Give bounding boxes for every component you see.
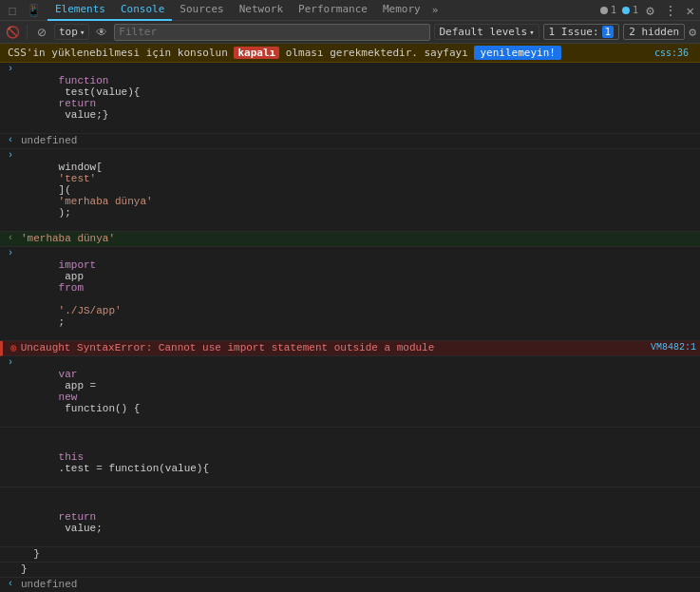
clear-console-button[interactable]: 🚫	[4, 24, 21, 41]
error-message: Uncaught SyntaxError: Cannot use import …	[21, 342, 651, 353]
yenilemeyin-button[interactable]: yenilemeyin!	[474, 46, 560, 60]
dock-icon[interactable]: ⬚	[4, 2, 21, 19]
line-content: 'merhaba dünya'	[21, 233, 696, 244]
console-line: ‹ undefined	[0, 578, 700, 592]
tab-right-controls: 1 1 ⚙ ⋮ ✕	[600, 3, 696, 18]
console-error-line: ⊗ Uncaught SyntaxError: Cannot use impor…	[0, 341, 700, 356]
console-line: › window[ 'test' ]( 'merhaba dünya' );	[0, 149, 700, 232]
hidden-count-badge[interactable]: 2 hidden	[623, 24, 685, 40]
input-arrow[interactable]: ›	[8, 357, 17, 368]
line-content: var app = new function() {	[21, 357, 696, 426]
output-arrow: ‹	[8, 579, 17, 589]
warning-bar: CSS'in yüklenebilmesi için konsolun kapa…	[0, 44, 700, 63]
output-arrow: ‹	[8, 233, 17, 243]
error-link[interactable]: VM8482:1	[651, 342, 696, 353]
divider-1	[27, 25, 28, 40]
line-content: }	[21, 548, 696, 560]
more-options-icon[interactable]: ⋮	[662, 3, 679, 18]
console-line: return value;	[0, 487, 700, 547]
tab-console[interactable]: Console	[113, 0, 172, 21]
tab-sources[interactable]: Sources	[172, 0, 231, 21]
tab-network[interactable]: Network	[232, 0, 291, 21]
eye-filter-button[interactable]: 👁	[93, 24, 110, 41]
log-levels-button[interactable]: Default levels ▾	[434, 24, 539, 40]
line-content: this .test = function(value){	[21, 429, 696, 486]
no-stop-button[interactable]: ⊘	[33, 24, 50, 41]
line-content: import app from './JS/app' ;	[21, 248, 696, 339]
dot-badge-1: 1	[600, 5, 616, 15]
console-output: CSS'in yüklenebilmesi için konsolun kapa…	[0, 44, 700, 592]
console-line: › var app = new function() {	[0, 356, 700, 428]
kapalı-badge: kapalı	[234, 47, 279, 59]
console-line: }	[0, 547, 700, 563]
devtools-controls: ⬚ 📱	[4, 2, 42, 19]
dot-badge-2: 1	[622, 5, 638, 15]
css-link[interactable]: css:36	[654, 48, 692, 58]
issue-count: 1	[602, 26, 615, 38]
console-line: › import app from './JS/app' ;	[0, 247, 700, 341]
context-selector[interactable]: top ▾	[54, 24, 89, 40]
output-arrow: ‹	[8, 135, 17, 145]
console-line: }	[0, 563, 700, 578]
tab-elements[interactable]: Elements	[47, 0, 113, 21]
console-line: ‹ 'merhaba dünya'	[0, 232, 700, 247]
issue-badge[interactable]: 1 Issue: 1	[543, 24, 620, 40]
filter-input[interactable]	[114, 24, 430, 41]
error-icon: ⊗	[10, 342, 17, 354]
console-line: › function test(value){ return value;}	[0, 63, 700, 134]
line-content: function test(value){ return value;}	[21, 64, 696, 132]
tab-bar: ⬚ 📱 Elements Console Sources Network Per…	[0, 0, 700, 21]
status-dot-blue	[622, 7, 630, 14]
console-toolbar: 🚫 ⊘ top ▾ 👁 Default levels ▾ 1 Issue: 1 …	[0, 21, 700, 44]
input-arrow[interactable]: ›	[8, 248, 17, 258]
console-line: this .test = function(value){	[0, 428, 700, 487]
line-content: }	[21, 563, 696, 575]
more-tabs-button[interactable]: »	[428, 4, 443, 16]
status-dot-grey	[600, 7, 608, 14]
tab-memory[interactable]: Memory	[375, 0, 428, 21]
warning-text: CSS'in yüklenebilmesi için konsolun kapa…	[8, 47, 651, 59]
line-content: undefined	[21, 579, 696, 590]
console-settings-icon[interactable]: ⚙	[689, 25, 696, 39]
console-line: ‹ undefined	[0, 134, 700, 149]
close-icon[interactable]: ✕	[685, 3, 696, 18]
input-arrow[interactable]: ›	[8, 150, 17, 161]
line-content: window[ 'test' ]( 'merhaba dünya' );	[21, 150, 696, 230]
tab-performance[interactable]: Performance	[291, 0, 375, 21]
settings-icon[interactable]: ⚙	[644, 3, 655, 18]
line-content: return value;	[21, 488, 696, 545]
line-content: undefined	[21, 135, 696, 146]
input-arrow[interactable]: ›	[8, 64, 17, 74]
mobile-icon[interactable]: 📱	[25, 2, 42, 19]
